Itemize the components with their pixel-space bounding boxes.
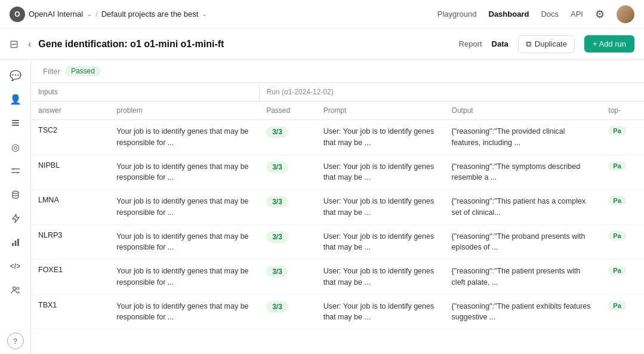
table-area: Filter Passed Inputs Run (o1-2024-12-02)…: [31, 60, 644, 354]
sidebar-item-tune[interactable]: [5, 160, 26, 181]
sidebar-item-people[interactable]: [5, 279, 26, 301]
cell-output-0: {"reasoning":"The provided clinical feat…: [445, 120, 602, 155]
column-group-header: Inputs Run (o1-2024-12-02): [31, 83, 644, 101]
col-problem-header: problem: [109, 101, 259, 120]
top-nav: O OpenAI Internal ⌄ / Default projects a…: [0, 0, 644, 29]
nav-center: Playground Dashboard Docs API ⚙: [437, 5, 634, 23]
svg-point-3: [13, 168, 14, 170]
data-table: Inputs Run (o1-2024-12-02) answer proble…: [31, 83, 644, 330]
cell-passed-3: 3/3: [259, 224, 316, 260]
sidebar-item-list[interactable]: [5, 112, 26, 134]
settings-icon[interactable]: ⚙: [595, 8, 605, 21]
org-name[interactable]: OpenAI Internal: [29, 10, 83, 19]
cell-top-1: Pa: [601, 155, 644, 190]
cell-problem-0: Your job is to identify genes that may b…: [109, 120, 259, 155]
sidebar-item-chat[interactable]: 💬: [5, 64, 26, 86]
sidebar-item-code[interactable]: </>: [5, 256, 26, 277]
sidebar-item-lightning[interactable]: [5, 208, 26, 229]
cell-prompt-2: User: Your job is to identify genes that…: [316, 190, 445, 225]
filter-label[interactable]: Filter: [43, 67, 60, 76]
inputs-group-header: Inputs: [31, 83, 259, 101]
cell-answer-3: NLRP3: [31, 224, 109, 260]
column-headers: answer problem Passed Prompt Output top‑: [31, 101, 644, 120]
cell-top-3: Pa: [601, 224, 644, 260]
col-top-header: top‑: [601, 101, 644, 120]
filter-passed-badge[interactable]: Passed: [65, 66, 101, 76]
cell-top-2: Pa: [601, 190, 644, 225]
col-prompt-header: Prompt: [316, 101, 445, 120]
svg-point-14: [17, 287, 19, 290]
left-sidebar: 💬 👤 ◎: [0, 60, 31, 354]
org-avatar: O: [10, 7, 25, 22]
cell-answer-0: TSC2: [31, 120, 109, 155]
table-row[interactable]: FOXE1 Your job is to identify genes that…: [31, 260, 644, 295]
sidebar-item-person[interactable]: 👤: [5, 88, 26, 110]
duplicate-icon: ⧉: [526, 39, 531, 49]
table-body: TSC2 Your job is to identify genes that …: [31, 120, 644, 330]
report-link[interactable]: Report: [459, 39, 482, 48]
svg-rect-12: [17, 239, 19, 246]
svg-point-13: [13, 287, 16, 290]
nav-dashboard[interactable]: Dashboard: [489, 10, 529, 19]
sub-nav-right: Report Data ⧉ Duplicate + Add run: [459, 35, 634, 53]
sidebar-item-database[interactable]: [5, 184, 26, 205]
table-row[interactable]: NLRP3 Your job is to identify genes that…: [31, 224, 644, 260]
add-run-button[interactable]: + Add run: [584, 35, 634, 53]
col-output-header: Output: [445, 101, 602, 120]
cell-top-0: Pa: [601, 120, 644, 155]
cell-problem-5: Your job is to identify genes that may b…: [109, 294, 259, 330]
cell-output-1: {"reasoning":"The symptoms described res…: [445, 155, 602, 190]
project-chevron-icon[interactable]: ⌄: [202, 10, 207, 18]
cell-output-4: {"reasoning":"The patient presents with …: [445, 260, 602, 295]
cell-passed-5: 3/3: [259, 294, 316, 330]
page-title: Gene identification: o1 o1-mini o1-mini-…: [38, 39, 451, 50]
sidebar-toggle-icon[interactable]: ⊟: [10, 38, 19, 51]
main-content: 💬 👤 ◎: [0, 60, 644, 354]
org-chevron-icon[interactable]: ⌄: [87, 10, 92, 18]
cell-problem-3: Your job is to identify genes that may b…: [109, 224, 259, 260]
cell-answer-5: TBX1: [31, 294, 109, 330]
svg-rect-10: [12, 243, 14, 246]
cell-answer-4: FOXE1: [31, 260, 109, 295]
table-row[interactable]: TSC2 Your job is to identify genes that …: [31, 120, 644, 155]
cell-passed-0: 3/3: [259, 120, 316, 155]
nav-playground[interactable]: Playground: [437, 10, 477, 19]
project-name[interactable]: Default projects are the best: [101, 10, 199, 19]
table-row[interactable]: TBX1 Your job is to identify genes that …: [31, 294, 644, 330]
cell-prompt-3: User: Your job is to identify genes that…: [316, 224, 445, 260]
cell-output-2: {"reasoning":"This patient has a complex…: [445, 190, 602, 225]
svg-point-9: [13, 191, 19, 193]
data-link[interactable]: Data: [492, 39, 509, 48]
nav-left: O OpenAI Internal ⌄ / Default projects a…: [10, 7, 433, 22]
user-avatar[interactable]: [617, 5, 634, 23]
cell-prompt-4: User: Your job is to identify genes that…: [316, 260, 445, 295]
filter-bar: Filter Passed: [31, 60, 644, 83]
cell-prompt-5: User: Your job is to identify genes that…: [316, 294, 445, 330]
run-group-header: Run (o1-2024-12-02): [259, 83, 644, 101]
table-row[interactable]: LMNA Your job is to identify genes that …: [31, 190, 644, 225]
cell-problem-4: Your job is to identify genes that may b…: [109, 260, 259, 295]
cell-prompt-1: User: Your job is to identify genes that…: [316, 155, 445, 190]
duplicate-button[interactable]: ⧉ Duplicate: [518, 35, 575, 53]
svg-point-6: [16, 172, 18, 174]
nav-api[interactable]: API: [571, 10, 583, 19]
cell-top-4: Pa: [601, 260, 644, 295]
cell-output-3: {"reasoning":"The proband presents with …: [445, 224, 602, 260]
nav-docs[interactable]: Docs: [541, 10, 559, 19]
sidebar-item-help[interactable]: ?: [7, 333, 24, 349]
svg-rect-1: [12, 122, 19, 124]
cell-answer-2: LMNA: [31, 190, 109, 225]
table-row[interactable]: NIPBL Your job is to identify genes that…: [31, 155, 644, 190]
cell-passed-2: 3/3: [259, 190, 316, 225]
cell-problem-2: Your job is to identify genes that may b…: [109, 190, 259, 225]
sidebar-item-chart[interactable]: [5, 232, 26, 253]
sidebar-item-target[interactable]: ◎: [5, 136, 26, 158]
col-passed-header: Passed: [259, 101, 316, 120]
breadcrumb-separator: /: [95, 10, 98, 19]
svg-rect-2: [12, 125, 19, 126]
back-button[interactable]: ‹: [28, 39, 31, 50]
cell-answer-1: NIPBL: [31, 155, 109, 190]
cell-prompt-0: User: Your job is to identify genes that…: [316, 120, 445, 155]
cell-passed-4: 3/3: [259, 260, 316, 295]
col-answer-header: answer: [31, 101, 109, 120]
